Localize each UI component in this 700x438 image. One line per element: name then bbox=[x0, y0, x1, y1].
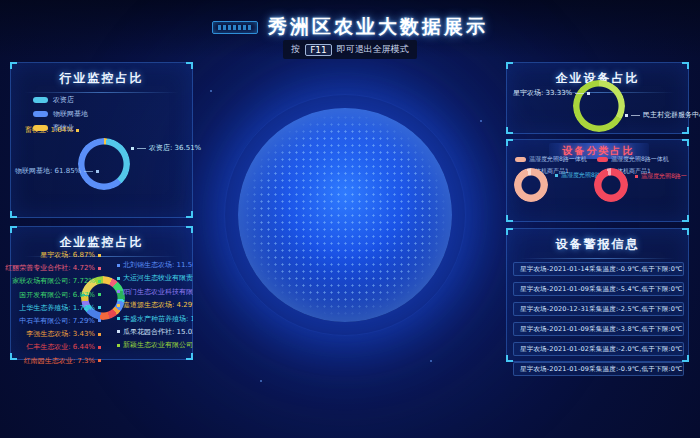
monitor-left-labels: 星宇农场: 6.87% 红丽荣善专业合作社: 4.72% 家联农场有限公司: 7… bbox=[15, 250, 101, 366]
legend-item-wulianwang[interactable]: 物联网基地 bbox=[33, 109, 88, 119]
donut-label: 阳门生态农业科技有限公 bbox=[117, 287, 193, 297]
legend-label: 温湿度光照8路一体机 bbox=[611, 155, 669, 164]
legend-item[interactable]: 温湿度光照8路一体机 bbox=[597, 155, 669, 164]
legend-item[interactable]: 温湿度光照8路一体机 bbox=[515, 155, 587, 164]
legend-swatch bbox=[597, 157, 608, 162]
category-right-donut-chart[interactable] bbox=[594, 168, 628, 202]
legend-label: 物联网基地 bbox=[53, 109, 88, 119]
alarm-row: 星宇农场-2021-01-09采集温度:-0.9℃,低于下限:0℃ bbox=[513, 362, 684, 376]
particle-dot bbox=[260, 380, 262, 382]
donut-label: 家联农场有限公司: 7.72% bbox=[12, 276, 101, 286]
donut-label: 丰盛水产种苗养殖场: 1. bbox=[117, 314, 193, 324]
donut-label: 大运河生态牧业有限责任公 bbox=[117, 273, 193, 283]
alarm-row: 星宇农场-2021-01-09采集温度:-5.4℃,低于下限:0℃ bbox=[513, 282, 684, 296]
industry-donut-chart[interactable] bbox=[78, 138, 130, 190]
panel-alarms-title: 设备警报信息 bbox=[507, 236, 688, 259]
donut-label: 温湿度光照8路一 bbox=[635, 172, 687, 181]
panel-industry-ratio: 行业监控占比 农资店 物联网基地 畜牧业 畜牧业: 1.64% 农资店: 36.… bbox=[10, 62, 193, 218]
category-left-donut-chart[interactable] bbox=[514, 168, 548, 202]
donut-label: 仁丰生态农业: 6.44% bbox=[26, 342, 101, 352]
panel-enterprise-device-ratio: 企业设备占比 星宇农场: 33.33% 民主村党群服务中心: bbox=[506, 62, 689, 134]
alarm-row: 星宇农场-2021-01-02采集温度:-2.0℃,低于下限:0℃ bbox=[513, 342, 684, 356]
panel-device-alarms: 设备警报信息 星宇农场-2021-01-14采集温度:-0.9℃,低于下限:0℃… bbox=[506, 228, 689, 362]
donut-label: 新颖生态农业有限公司: 6.87% bbox=[117, 340, 193, 350]
legend-swatch bbox=[33, 97, 48, 103]
particle-dot bbox=[210, 90, 212, 92]
donut-label: 红丽荣善专业合作社: 4.72% bbox=[5, 263, 101, 273]
donut-label: 上华生态养殖场: 1.72% bbox=[19, 303, 101, 313]
donut-label: 中石羊有限公司: 7.29% bbox=[19, 316, 101, 326]
donut-label: 物联网基地: 61.85% bbox=[15, 166, 89, 176]
f11-keycap: F11 bbox=[305, 44, 332, 56]
panel-industry-title: 行业监控占比 bbox=[11, 70, 192, 93]
legend-label: 农资店 bbox=[53, 95, 74, 105]
donut-label: 李强生态农场: 3.43% bbox=[26, 329, 101, 339]
legend-item-nongzidian[interactable]: 农资店 bbox=[33, 95, 88, 105]
header: 秀洲区农业大数据展示 bbox=[0, 14, 700, 40]
hint-prefix: 按 bbox=[291, 43, 300, 56]
hint-suffix: 即可退出全屏模式 bbox=[337, 43, 409, 56]
fullscreen-hint: 按 F11 即可退出全屏模式 bbox=[0, 40, 700, 59]
donut-label: 民主村党群服务中心: bbox=[625, 110, 700, 120]
alarm-row: 星宇农场-2021-01-09采集温度:-3.8℃,低于下限:0℃ bbox=[513, 322, 684, 336]
legend-swatch bbox=[33, 111, 48, 117]
particle-dot bbox=[430, 360, 432, 362]
panel-enterprise-monitor-ratio: 企业监控占比 星宇农场: 6.87% 红丽荣善专业合作社: 4.72% 家联农场… bbox=[10, 226, 193, 360]
donut-label: 星宇农场: 6.87% bbox=[40, 250, 101, 260]
donut-label: 嘉道源生态农场: 4.29% bbox=[117, 300, 193, 310]
donut-label: 红南园生态农业: 7.3% bbox=[24, 356, 101, 366]
donut-label: 瓜果花园合作社: 15.02% bbox=[117, 327, 193, 337]
donut-label: 北刘锦生态农场: 11.50% bbox=[117, 260, 193, 270]
legend-swatch bbox=[515, 157, 526, 162]
donut-label: 国开发有限公司: 6.87% bbox=[19, 290, 101, 300]
panel-device-category-ratio: 设备分类占比 温湿度光照8路一体机 一体机商产品1 温湿度光照8路一 温湿度光照… bbox=[506, 139, 689, 222]
monitor-right-labels: 北刘锦生态农场: 11.50% 大运河生态牧业有限责任公 阳门生态农业科技有限公… bbox=[117, 260, 193, 350]
alarm-row: 星宇农场-2021-01-14采集温度:-0.9℃,低于下限:0℃ bbox=[513, 262, 684, 276]
logo-badge bbox=[212, 21, 258, 34]
globe-visualization bbox=[238, 108, 452, 322]
donut-label: 星宇农场: 33.33% bbox=[513, 88, 571, 98]
legend-label: 温湿度光照8路一体机 bbox=[529, 155, 587, 164]
alarm-list: 星宇农场-2021-01-14采集温度:-0.9℃,低于下限:0℃ 星宇农场-2… bbox=[513, 262, 684, 376]
donut-label: 农资店: 36.51% bbox=[131, 143, 201, 153]
alarm-row: 星宇农场-2020-12-31采集温度:-2.5℃,低于下限:0℃ bbox=[513, 302, 684, 316]
page-title: 秀洲区农业大数据展示 bbox=[268, 14, 488, 40]
donut-label: 畜牧业: 1.64% bbox=[25, 125, 99, 135]
enterprise-device-donut-chart[interactable] bbox=[573, 80, 625, 132]
particle-dot bbox=[480, 120, 482, 122]
